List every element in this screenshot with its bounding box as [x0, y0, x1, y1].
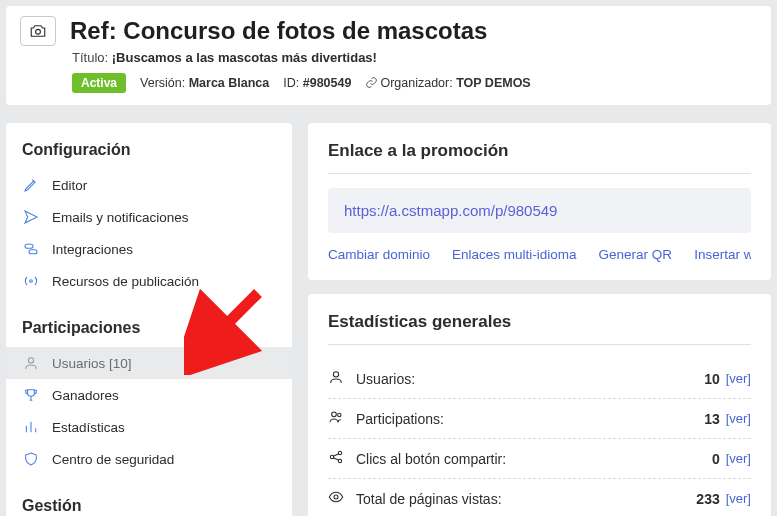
pencil-icon: [23, 177, 39, 193]
svg-rect-2: [29, 250, 37, 254]
link-generar-qr[interactable]: Generar QR: [599, 247, 673, 262]
svg-point-7: [332, 412, 337, 417]
ref-title: Ref: Concurso de fotos de mascotas: [70, 17, 487, 45]
header-subtitle: Título: ¡Buscamos a las mascotas más div…: [72, 50, 757, 65]
sidebar-item-seguridad[interactable]: Centro de seguridad: [6, 443, 292, 475]
svg-point-0: [36, 29, 41, 34]
promo-link-title: Enlace a la promoción: [328, 141, 751, 161]
stat-row-usuarios: Usuarios: 10 [ver]: [328, 359, 751, 399]
sidebar-item-label: Emails y notificaciones: [52, 210, 189, 225]
sidebar-item-emails[interactable]: Emails y notificaciones: [6, 201, 292, 233]
promo-link-card: Enlace a la promoción https://a.cstmapp.…: [308, 123, 771, 280]
organizer-meta: Organizador: TOP DEMOS: [365, 76, 530, 90]
status-badge: Activa: [72, 73, 126, 93]
stat-label: Usuarios:: [356, 371, 704, 387]
stats-title: Estadísticas generales: [328, 312, 751, 332]
sidebar-item-ganadores[interactable]: Ganadores: [6, 379, 292, 411]
sidebar-item-label: Usuarios [10]: [52, 356, 132, 371]
sidebar-item-recursos[interactable]: Recursos de publicación: [6, 265, 292, 297]
stat-label: Participations:: [356, 411, 704, 427]
share-icon: [328, 449, 344, 465]
link-multi-idioma[interactable]: Enlaces multi-idioma: [452, 247, 577, 262]
shield-icon: [23, 451, 39, 467]
promo-link-actions: Cambiar dominio Enlaces multi-idioma Gen…: [328, 247, 751, 262]
sidebar-item-label: Recursos de publicación: [52, 274, 199, 289]
bars-icon: [23, 419, 39, 435]
link-cambiar-dominio[interactable]: Cambiar dominio: [328, 247, 430, 262]
titulo-label: Título:: [72, 50, 112, 65]
stat-ver-link[interactable]: [ver]: [726, 451, 751, 466]
titulo-value: ¡Buscamos a las mascotas más divertidas!: [112, 50, 377, 65]
stat-row-participations: Participations: 13 [ver]: [328, 399, 751, 439]
promo-url-box[interactable]: https://a.cstmapp.com/p/980549: [328, 188, 751, 233]
broadcast-icon: [23, 273, 39, 289]
svg-point-12: [334, 495, 338, 499]
svg-point-4: [28, 358, 33, 363]
sidebar-item-usuarios[interactable]: Usuarios [10]: [6, 347, 292, 379]
sidebar-item-integraciones[interactable]: Integraciones: [6, 233, 292, 265]
trophy-icon: [23, 387, 39, 403]
header-meta: Activa Versión: Marca Blanca ID: #980549…: [72, 73, 757, 93]
svg-point-8: [338, 413, 341, 416]
eye-icon: [328, 489, 344, 505]
stat-ver-link[interactable]: [ver]: [726, 371, 751, 386]
sidebar-item-label: Centro de seguridad: [52, 452, 174, 467]
sidebar-group-part: Participaciones: [6, 315, 292, 347]
stat-value: 0: [712, 451, 720, 467]
stat-ver-link[interactable]: [ver]: [726, 411, 751, 426]
svg-point-3: [30, 280, 33, 283]
sidebar-item-editor[interactable]: Editor: [6, 169, 292, 201]
divider: [328, 344, 751, 345]
main-content: Enlace a la promoción https://a.cstmapp.…: [308, 123, 771, 516]
users-icon: [328, 409, 344, 425]
camera-icon-box: [20, 16, 56, 46]
stat-ver-link[interactable]: [ver]: [726, 491, 751, 506]
user-icon: [23, 355, 39, 371]
sidebar-group-config: Configuración: [6, 137, 292, 169]
camera-icon: [27, 22, 49, 40]
version-meta: Versión: Marca Blanca: [140, 76, 269, 90]
divider: [328, 173, 751, 174]
toggle-icon: [23, 241, 39, 257]
sidebar: Configuración Editor Emails y notificaci…: [6, 123, 292, 516]
stat-label: Clics al botón compartir:: [356, 451, 712, 467]
send-icon: [23, 209, 39, 225]
sidebar-item-label: Editor: [52, 178, 87, 193]
sidebar-item-label: Estadísticas: [52, 420, 125, 435]
stat-row-page-views: Total de páginas vistas: 233 [ver]: [328, 479, 751, 516]
sidebar-group-gestion: Gestión: [6, 493, 292, 516]
page-header: Ref: Concurso de fotos de mascotas Títul…: [6, 6, 771, 105]
id-meta: ID: #980549: [283, 76, 351, 90]
stats-card: Estadísticas generales Usuarios: 10 [ver…: [308, 294, 771, 516]
user-icon: [328, 369, 344, 385]
svg-rect-1: [25, 244, 33, 248]
stat-label: Total de páginas vistas:: [356, 491, 696, 507]
sidebar-item-label: Integraciones: [52, 242, 133, 257]
sidebar-item-estadisticas[interactable]: Estadísticas: [6, 411, 292, 443]
stat-value: 10: [704, 371, 720, 387]
stat-value: 13: [704, 411, 720, 427]
svg-point-6: [333, 372, 338, 377]
link-insertar-widget[interactable]: Insertar widget: [694, 247, 751, 262]
stat-row-share-clicks: Clics al botón compartir: 0 [ver]: [328, 439, 751, 479]
stat-value: 233: [696, 491, 719, 507]
sidebar-item-label: Ganadores: [52, 388, 119, 403]
